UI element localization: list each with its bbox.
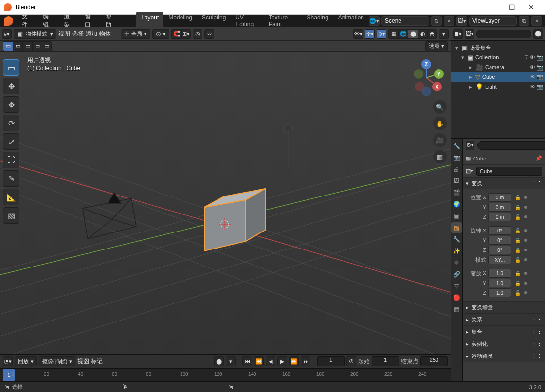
anim-dot[interactable] — [524, 196, 527, 199]
lock-icon[interactable]: 🔓 — [513, 288, 522, 297]
ptab-tool[interactable]: 🔧 — [451, 141, 462, 151]
eye-icon[interactable]: 👁 — [530, 54, 535, 61]
checkbox-icon[interactable]: ☑ — [524, 54, 529, 61]
ptab-object[interactable]: ▧ — [451, 222, 462, 233]
section-transform[interactable]: ▾ 变换 ⋮⋮ — [463, 178, 545, 189]
tool-scale[interactable]: ⤢ — [3, 133, 19, 150]
lock-icon[interactable]: 🔓 — [513, 203, 522, 212]
rot-mode[interactable]: XY... — [488, 255, 511, 264]
render-icon[interactable]: 📷 — [536, 64, 543, 71]
section-instancing[interactable]: ▸实例化⋮⋮ — [463, 338, 545, 350]
proportional-edit-toggle[interactable]: ◎ — [193, 29, 202, 39]
selmode-new[interactable]: ▭ — [3, 41, 13, 51]
play-reverse[interactable]: ◀ — [266, 356, 275, 366]
tool-add-cube[interactable]: ▧ — [3, 207, 19, 224]
snap-toggle[interactable]: 🧲 — [171, 29, 181, 39]
viewlayer-delete-button[interactable]: × — [531, 16, 542, 26]
section-collections[interactable]: ▸集合⋮⋮ — [463, 326, 545, 338]
axis-y[interactable]: Y — [434, 69, 444, 79]
axis-x[interactable]: X — [432, 82, 442, 91]
expand-icon[interactable]: ▸ — [468, 74, 473, 80]
timeline-marker-menu[interactable]: 标记 — [91, 357, 103, 366]
editor-type-icon[interactable]: #▾ — [2, 29, 12, 39]
eye-icon[interactable]: 👁 — [530, 74, 535, 80]
timeline-editor-type[interactable]: ◔▾ — [3, 356, 13, 366]
pivot-dropdown[interactable]: ⊙▾ — [152, 29, 169, 39]
timeline-playback-menu[interactable]: 回放▾ — [15, 356, 37, 366]
tool-measure[interactable]: 📐 — [3, 189, 19, 205]
preview-range-toggle[interactable]: ⏱ — [346, 356, 356, 366]
timeline-keying-menu[interactable]: 抠像(插帧)▾ — [39, 356, 75, 366]
shading-material[interactable]: ◐ — [418, 29, 427, 39]
section-relations[interactable]: ▸关系⋮⋮ — [463, 314, 545, 325]
timeline-ruler[interactable]: 1 1 20 40 60 80 100 120 140 160 180 200 … — [0, 368, 451, 381]
outliner-display-mode[interactable]: 🖼▾ — [465, 29, 474, 39]
autokey-toggle[interactable]: ⬤ — [214, 356, 224, 366]
viewport-menu-add[interactable]: 添加 — [86, 30, 97, 38]
scene-name-field[interactable]: Scene — [382, 16, 429, 26]
jump-next-key[interactable]: ⏩ — [289, 356, 299, 366]
viewlayer-browse-icon[interactable]: 🖼▾ — [456, 16, 467, 26]
tool-cursor[interactable]: ✥ — [3, 78, 19, 94]
ptab-constraints[interactable]: 🔗 — [451, 269, 462, 280]
rot-z[interactable]: 0° — [488, 246, 511, 254]
snap-dropdown[interactable]: ⊞▾ — [181, 29, 191, 39]
options-icon[interactable]: ⋮⋮ — [531, 317, 542, 323]
jump-start[interactable]: ⏮ — [242, 356, 252, 366]
options-icon[interactable]: ⋮⋮ — [531, 353, 542, 359]
anim-dot[interactable] — [524, 215, 527, 218]
loc-x[interactable]: 0 m — [488, 193, 511, 202]
breadcrumb-object[interactable]: Cube — [473, 156, 486, 161]
shading-dropdown[interactable]: ▾ — [439, 29, 449, 39]
lock-icon[interactable]: 🔓 — [513, 213, 522, 221]
scene-browse-icon[interactable]: 🌐▾ — [369, 16, 380, 26]
expand-icon[interactable]: ▾ — [454, 45, 460, 51]
anim-dot[interactable] — [524, 249, 527, 251]
nav-gizmo[interactable]: X Y Z — [409, 60, 444, 95]
outliner-filter[interactable]: ⚪ — [533, 29, 543, 39]
viewport-options-button[interactable]: 选项 ▾ — [425, 41, 448, 51]
outliner-item-cube[interactable]: ▸ ▽ Cube 👁📷 — [451, 72, 545, 82]
viewlayer-new-button[interactable]: ⧉ — [519, 16, 529, 26]
ptab-material[interactable]: 🔴 — [451, 292, 462, 303]
visibility-dropdown[interactable]: 👁▾ — [353, 29, 363, 39]
perspective-toggle[interactable]: ▦ — [433, 150, 447, 163]
render-icon[interactable]: 📷 — [536, 54, 543, 61]
mode-dropdown[interactable]: ▣ 物体模式 ▾ — [14, 29, 56, 39]
scale-y[interactable]: 1.0 — [488, 279, 511, 287]
section-delta[interactable]: ▸变换增量 — [463, 302, 545, 313]
scale-x[interactable]: 1.0 — [488, 269, 511, 278]
data-name-field[interactable]: Cube — [476, 167, 542, 176]
gizmo-toggle[interactable]: ✛▾ — [365, 29, 375, 39]
rot-y[interactable]: 0° — [488, 236, 511, 245]
ptab-output[interactable]: 🖨 — [451, 164, 462, 175]
tool-move[interactable]: ✥ — [3, 96, 19, 113]
pin-icon[interactable]: 📌 — [535, 155, 542, 161]
outliner-search[interactable] — [476, 30, 531, 38]
selmode-subtract[interactable]: ▭ — [22, 41, 32, 51]
jump-end[interactable]: ⏭ — [301, 356, 310, 366]
options-icon[interactable]: ⋮⋮ — [531, 329, 542, 335]
ptab-physics[interactable]: ⚛ — [451, 257, 462, 268]
shading-wireframe[interactable]: 🌐 — [398, 29, 408, 39]
outliner-item-camera[interactable]: ▸ 🎥 Camera 👁📷 — [451, 62, 545, 72]
outliner-editor-type[interactable]: ≣▾ — [453, 29, 463, 39]
rot-x[interactable]: 0° — [488, 226, 511, 235]
jump-prev-key[interactable]: ⏪ — [254, 356, 264, 366]
anim-dot[interactable] — [524, 239, 527, 242]
lock-icon[interactable]: 🔓 — [513, 193, 522, 202]
ptab-particles[interactable]: ✨ — [451, 246, 462, 256]
properties-search[interactable] — [477, 141, 545, 150]
outliner-collection[interactable]: ▾ ▣ Collection ☑👁📷 — [451, 53, 545, 62]
close-button[interactable]: ✕ — [522, 0, 541, 15]
tool-transform[interactable]: ⛶ — [3, 152, 19, 168]
shading-solid[interactable]: ⬤ — [408, 29, 418, 39]
lock-icon[interactable]: 🔓 — [513, 279, 522, 287]
expand-icon[interactable]: ▸ — [468, 84, 473, 90]
3d-viewport[interactable]: 用户透视 (1) Collection | Cube ▭ ✥ ✥ ⟳ ⤢ ⛶ ✎… — [0, 52, 451, 354]
anim-dot[interactable] — [524, 282, 527, 285]
anim-dot[interactable] — [524, 258, 527, 261]
viewport-menu-view[interactable]: 视图 — [58, 30, 70, 38]
ptab-world[interactable]: 🌍 — [451, 199, 462, 210]
axis-z[interactable]: Z — [421, 59, 431, 69]
